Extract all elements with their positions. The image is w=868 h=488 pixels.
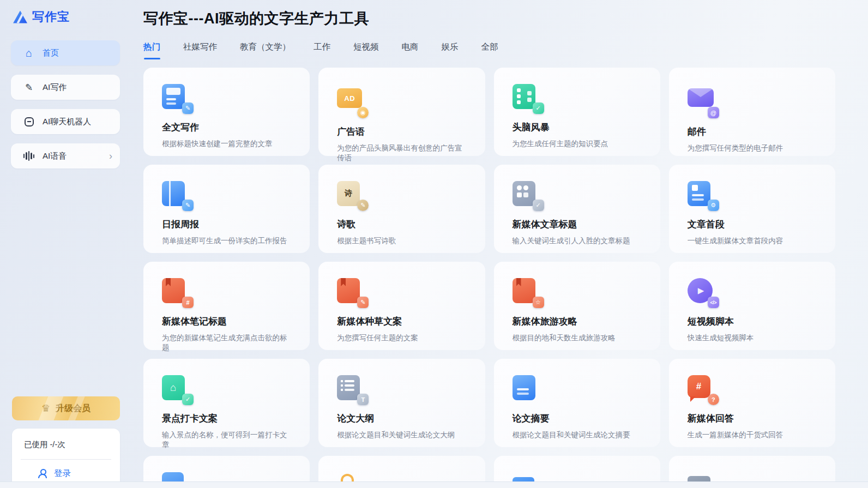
tool-card-brainstorm[interactable]: ✓ 头脑风暴 为您生成任何主题的知识要点 [494,68,660,156]
card-title: 短视频脚本 [688,315,817,328]
tool-card-scenic-checkin[interactable]: ⌂ ✓ 景点打卡文案 输入景点的名称，便可得到一篇打卡文章 [143,359,310,447]
card-desc: 生成一篇新媒体的干货式回答 [688,430,817,440]
tool-card-partial-2[interactable] [318,456,485,483]
video-play-code-icon: ▶ </> [688,278,714,304]
card-desc: 快速生成短视频脚本 [688,333,817,343]
usage-counter: 已使用 -/-次 [21,439,111,450]
tool-card-full-article[interactable]: ✎ 全文写作 根据标题快速创建一篇完整的文章 [143,68,310,156]
tool-card-first-paragraph[interactable]: ⚙ 文章首段 一键生成新媒体文章首段内容 [669,165,835,253]
card-desc: 为您撰写任何类型的电子邮件 [688,143,817,153]
tool-card-media-article-title[interactable]: ✓ 新媒体文章标题 输入关键词生成引人入胜的文章标题 [494,165,660,253]
card-title: 新媒体旅游攻略 [513,315,642,328]
category-tabs: 热门 社媒写作 教育（文学） 工作 短视频 电商 娱乐 全部 [143,41,835,59]
card-desc: 一键生成新媒体文章首段内容 [688,236,817,246]
tab-hot[interactable]: 热门 [143,41,160,59]
person-icon [38,469,47,478]
card-title: 邮件 [688,125,817,138]
card-desc: 根据论文题目和关键词生成论文摘要 [513,430,642,440]
at-badge-icon: @ [708,107,719,118]
tab-work[interactable]: 工作 [314,41,330,59]
upgrade-label: 升级会员 [56,403,91,414]
card-desc: 为您的新媒体笔记生成充满点击欲的标题 [162,333,291,353]
card-title: 诗歌 [337,218,466,231]
poem-scroll-pencil-icon: 诗 ✎ [337,181,363,207]
brush-badge-icon: ✎ [357,297,369,308]
cards-viewport: ✎ 全文写作 根据标题快速创建一篇完整的文章 AD ◉ 广告语 为您的产品头脑风… [143,68,835,483]
upgrade-membership-button[interactable]: ♛ 升级会员 [12,396,120,420]
crown-icon: ♛ [41,403,50,413]
card-title: 广告语 [337,125,466,138]
tool-card-daily-report[interactable]: ✎ 日报周报 简单描述即可生成一份详实的工作报告 [143,165,310,253]
card-desc: 简单描述即可生成一份详实的工作报告 [162,236,291,246]
divider [21,459,111,460]
hash-badge-icon: # [182,297,194,308]
card-desc: 输入关键词生成引人入胜的文章标题 [513,236,642,246]
card-desc: 为您生成任何主题的知识要点 [513,139,642,149]
card-desc: 根据主题书写诗歌 [337,236,466,246]
tab-social-media[interactable]: 社媒写作 [183,41,217,59]
tab-all[interactable]: 全部 [481,41,498,59]
sidebar-item-home[interactable]: ⌂ 首页 [11,40,120,65]
tab-entertainment[interactable]: 娱乐 [442,41,459,59]
sidebar-nav: ⌂ 首页 ✎ AI写作 AI聊天机器人 AI语音 › [11,40,120,168]
usage-card: 已使用 -/-次 登录 [12,429,120,488]
tab-education[interactable]: 教育（文学） [240,41,291,59]
document-outline-text-icon: T [337,375,363,401]
sidebar-item-ai-writing[interactable]: ✎ AI写作 [11,75,120,100]
document-lines-icon [513,375,539,401]
home-icon: ⌂ [23,47,35,58]
tool-card-seeding-copy[interactable]: ✎ 新媒体种草文案 为您撰写任何主题的文案 [318,262,485,350]
card-title: 新媒体笔记标题 [162,315,291,328]
page-title: 写作宝---AI驱动的文字生产力工具 [143,9,835,28]
tab-short-video[interactable]: 短视频 [353,41,379,59]
card-title: 新媒体回答 [688,412,817,425]
main-content: 写作宝---AI驱动的文字生产力工具 热门 社媒写作 教育（文学） 工作 短视频… [131,0,868,488]
text-badge-icon: T [357,394,369,405]
landmark-clipboard-check-icon: ⌂ ✓ [162,375,188,401]
tool-card-travel-guide[interactable]: ☆ 新媒体旅游攻略 根据目的地和天数生成旅游攻略 [494,262,660,350]
login-label: 登录 [54,468,71,479]
card-desc: 输入景点的名称，便可得到一篇打卡文章 [162,430,291,450]
tab-ecommerce[interactable]: 电商 [402,41,419,59]
app-logo[interactable]: 写作宝 [11,9,120,25]
tool-card-partial-3[interactable] [494,456,660,483]
sidebar-item-ai-chatbot[interactable]: AI聊天机器人 [11,109,120,134]
card-title: 日报周报 [162,218,291,231]
pencil-badge-icon: ✎ [182,200,194,211]
logo-text: 写作宝 [32,9,70,25]
check-badge-icon: ✓ [533,200,544,211]
tool-card-media-answer[interactable]: # ? 新媒体回答 生成一篇新媒体的干货式回答 [669,359,835,447]
tool-card-thesis-abstract[interactable]: 论文摘要 根据论文题目和关键词生成论文摘要 [494,359,660,447]
ad-wallet-lightbulb-icon: AD ◉ [337,88,363,115]
lightbulb-badge-icon: ◉ [357,107,369,118]
sidebar-item-label: AI聊天机器人 [43,117,91,127]
star-badge-icon: ☆ [533,297,544,308]
chatbot-icon [23,117,35,126]
voice-bars-icon [23,151,35,161]
tool-card-ad-slogan[interactable]: AD ◉ 广告语 为您的产品头脑风暴出有创意的广告宣传语 [318,68,485,156]
tool-card-partial-4[interactable] [669,456,835,483]
book-star-icon: ☆ [513,278,539,304]
card-title: 新媒体种草文案 [337,315,466,328]
tool-card-partial-1[interactable] [143,456,310,483]
tool-card-poetry[interactable]: 诗 ✎ 诗歌 根据主题书写诗歌 [318,165,485,253]
sidebar-item-label: 首页 [43,48,59,58]
pencil-icon: ✎ [23,82,35,93]
tool-card-short-video-script[interactable]: ▶ </> 短视频脚本 快速生成短视频脚本 [669,262,835,350]
login-button[interactable]: 登录 [21,468,111,479]
tool-card-email[interactable]: @ 邮件 为您撰写任何类型的电子邮件 [669,68,835,156]
pencil-badge-icon: ✎ [357,200,369,211]
sidebar-item-label: AI语音 [43,151,67,161]
card-desc: 为您撰写任何主题的文案 [337,333,466,343]
card-title: 文章首段 [688,218,817,231]
cards-grid: ✎ 全文写作 根据标题快速创建一篇完整的文章 AD ◉ 广告语 为您的产品头脑风… [143,68,835,483]
bottom-scroll-strip [0,481,868,488]
sidebar-item-ai-voice[interactable]: AI语音 › [11,143,120,168]
book-brush-icon: ✎ [337,278,363,304]
shapes-check-icon: ✓ [513,181,539,207]
clipboard-check-badge-icon: ✓ [182,394,194,405]
tool-card-note-title[interactable]: # 新媒体笔记标题 为您的新媒体笔记生成充满点击欲的标题 [143,262,310,350]
check-badge-icon: ✓ [533,103,544,114]
sidebar-item-label: AI写作 [43,82,67,93]
tool-card-thesis-outline[interactable]: T 论文大纲 根据论文题目和关键词生成论文大纲 [318,359,485,447]
